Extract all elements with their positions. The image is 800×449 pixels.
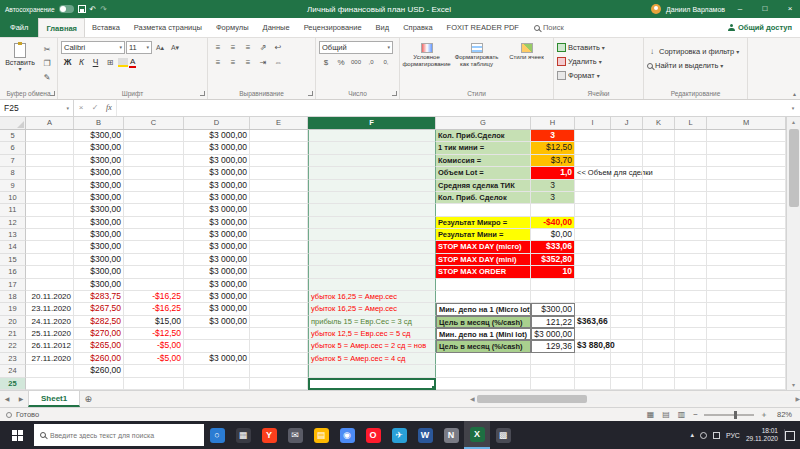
tab-вставка[interactable]: Вставка	[85, 18, 127, 37]
cell-M9[interactable]	[707, 180, 786, 192]
cell-B21[interactable]: $270,00	[74, 328, 124, 340]
cell-K12[interactable]	[643, 217, 675, 229]
cell-J18[interactable]	[611, 291, 643, 303]
cell-B9[interactable]: $300,00	[74, 180, 124, 192]
cell-G7[interactable]: Комиссия =	[436, 155, 531, 167]
cell-B12[interactable]: $300,00	[74, 217, 124, 229]
cell-F8[interactable]	[308, 167, 436, 179]
cell-D21[interactable]	[184, 328, 250, 340]
cell-C21[interactable]: -$12,50	[124, 328, 184, 340]
cut-icon[interactable]: ✂	[40, 43, 54, 56]
cell-M12[interactable]	[707, 217, 786, 229]
cell-C19[interactable]: -$16,25	[124, 303, 184, 315]
cell-G13[interactable]: Результат Мини =	[436, 229, 531, 241]
cell-L21[interactable]	[675, 328, 707, 340]
cell-G11[interactable]	[436, 204, 531, 216]
cell-A18[interactable]: 20.11.2020	[26, 291, 74, 303]
cell-K8[interactable]	[643, 167, 675, 179]
format-painter-icon[interactable]: ✎	[40, 71, 54, 84]
cell-G15[interactable]: STOP MAX DAY (mini)	[436, 254, 531, 266]
orientation-icon[interactable]: ⇗	[256, 41, 270, 54]
vertical-scrollbar[interactable]: ▴ ▾	[786, 117, 800, 390]
cell-J9[interactable]	[611, 180, 643, 192]
increase-decimal-icon[interactable]: ,0	[364, 56, 378, 69]
cell-H9[interactable]: 3	[531, 180, 575, 192]
cell-J8[interactable]	[611, 167, 643, 179]
cell-J12[interactable]	[611, 217, 643, 229]
cell-G17[interactable]	[436, 279, 531, 291]
cell-F20[interactable]: прибыль 15 = Евр.Сес = 3 сд	[308, 316, 436, 328]
insert-function-icon[interactable]: fx	[102, 100, 116, 116]
wrap-text-icon[interactable]: ↩	[271, 41, 285, 54]
sheet-nav-left-icon[interactable]: ◀	[0, 391, 14, 407]
cell-D9[interactable]: $3 000,00	[184, 180, 250, 192]
cell-B10[interactable]: $300,00	[74, 192, 124, 204]
mail-icon[interactable]: ✉	[282, 421, 308, 449]
fill-color-icon[interactable]	[118, 58, 128, 67]
cell-M5[interactable]	[707, 130, 786, 142]
user-avatar[interactable]	[651, 4, 661, 14]
start-button[interactable]	[0, 421, 34, 449]
tab-рецензирование[interactable]: Рецензирование	[297, 18, 369, 37]
cell-H21[interactable]: $3 000,00	[531, 328, 575, 340]
cell-C11[interactable]	[124, 204, 184, 216]
cell-F14[interactable]	[308, 241, 436, 253]
cell-H14[interactable]: $33,06	[531, 241, 575, 253]
cell-A14[interactable]	[26, 241, 74, 253]
cell-J10[interactable]	[611, 192, 643, 204]
tab-вид[interactable]: Вид	[369, 18, 397, 37]
cell-L5[interactable]	[675, 130, 707, 142]
cell-A16[interactable]	[26, 266, 74, 278]
cell-D22[interactable]	[184, 340, 250, 352]
cell-M6[interactable]	[707, 142, 786, 154]
language-indicator[interactable]: РУС	[726, 432, 740, 439]
cell-G12[interactable]: Результат Микро =	[436, 217, 531, 229]
cell-I24[interactable]	[575, 365, 611, 377]
cell-H25[interactable]	[531, 378, 575, 390]
cell-C15[interactable]	[124, 254, 184, 266]
cell-A7[interactable]	[26, 155, 74, 167]
cell-E20[interactable]	[250, 316, 308, 328]
cell-H23[interactable]	[531, 353, 575, 365]
onedrive-icon[interactable]	[700, 432, 707, 439]
cell-A13[interactable]	[26, 229, 74, 241]
cell-J7[interactable]	[611, 155, 643, 167]
cell-B13[interactable]: $300,00	[74, 229, 124, 241]
cortana-icon[interactable]: ○	[204, 421, 230, 449]
cell-G16[interactable]: STOP MAX ORDER	[436, 266, 531, 278]
store-icon[interactable]: ▩	[490, 421, 516, 449]
cell-D25[interactable]	[184, 378, 250, 390]
minimize-button[interactable]: –	[730, 0, 750, 18]
column-header-L[interactable]: L	[675, 117, 707, 129]
cell-H13[interactable]: $0,00	[531, 229, 575, 241]
cell-F11[interactable]	[308, 204, 436, 216]
cell-H19[interactable]: $300,00	[531, 303, 575, 315]
row-header-22[interactable]: 22	[0, 340, 26, 352]
cell-I20[interactable]: $363,66	[575, 316, 611, 328]
cell-K21[interactable]	[643, 328, 675, 340]
close-button[interactable]: ×	[780, 0, 800, 18]
copy-icon[interactable]: ❐	[40, 57, 54, 70]
cell-B17[interactable]: $300,00	[74, 279, 124, 291]
cell-F23[interactable]: убыток 5 = Амер.сес = 4 сд	[308, 353, 436, 365]
cell-A10[interactable]	[26, 192, 74, 204]
cell-L24[interactable]	[675, 365, 707, 377]
cell-H15[interactable]: $352,80	[531, 254, 575, 266]
cell-D20[interactable]: $3 000,00	[184, 316, 250, 328]
cell-A25[interactable]	[26, 378, 74, 390]
cell-J25[interactable]	[611, 378, 643, 390]
alignment-dialog-launcher[interactable]	[308, 91, 313, 96]
zoom-out-button[interactable]: −	[691, 410, 700, 419]
cell-I10[interactable]	[575, 192, 611, 204]
cell-C23[interactable]: -$5,00	[124, 353, 184, 365]
cell-L18[interactable]	[675, 291, 707, 303]
scroll-up-icon[interactable]: ▴	[792, 117, 795, 127]
cell-B25[interactable]	[74, 378, 124, 390]
cell-L13[interactable]	[675, 229, 707, 241]
cell-B16[interactable]: $300,00	[74, 266, 124, 278]
notepad-icon[interactable]: N	[438, 421, 464, 449]
cell-M15[interactable]	[707, 254, 786, 266]
cell-E18[interactable]	[250, 291, 308, 303]
cell-I19[interactable]	[575, 303, 611, 315]
cell-K13[interactable]	[643, 229, 675, 241]
